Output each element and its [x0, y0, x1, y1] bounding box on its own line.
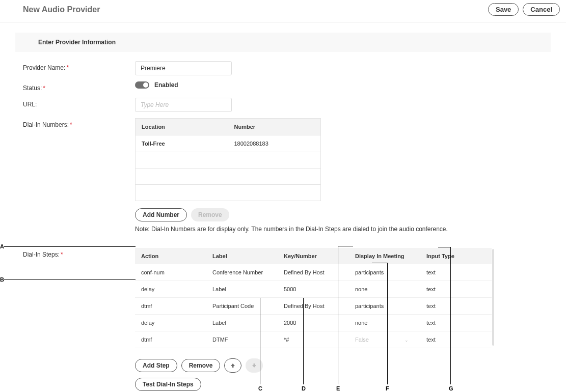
move-up-button[interactable]	[224, 358, 241, 373]
dial-in-numbers-table: Location Number Toll-Free 18002088183	[135, 118, 321, 201]
col-input-type: Input Type	[420, 248, 492, 264]
test-dial-in-steps-button[interactable]: Test Dial-In Steps	[135, 378, 201, 391]
required-star: *	[43, 85, 45, 92]
remove-step-button[interactable]: Remove	[181, 359, 221, 372]
dial-in-numbers-label: Dial-In Numbers:*	[23, 118, 135, 128]
header-bar: New Audio Provider Save Cancel	[0, 0, 566, 22]
page-title: New Audio Provider	[23, 5, 100, 14]
annotation-label-e: E	[336, 385, 340, 391]
form-area: Provider Name:* Status:* Enabled URL: Di…	[0, 52, 566, 391]
dial-in-steps-table: Action Label Key/Number Display In Meeti…	[135, 248, 492, 348]
save-button[interactable]: Save	[488, 3, 519, 16]
col-location: Location	[136, 119, 228, 135]
annotation-label-c: C	[258, 385, 262, 391]
section-title: Enter Provider Information	[15, 33, 551, 52]
required-star: *	[61, 251, 63, 258]
arrow-down-icon	[251, 362, 257, 369]
table-row[interactable]	[136, 185, 321, 201]
table-row[interactable]	[136, 169, 321, 185]
annotation-line	[4, 246, 136, 247]
annotation-line	[4, 279, 136, 280]
annotation-line	[387, 263, 388, 384]
add-number-button[interactable]: Add Number	[135, 208, 187, 221]
provider-name-label: Provider Name:*	[23, 61, 135, 71]
annotation-line	[450, 247, 451, 384]
table-row[interactable]: delay Label 5000 none text	[135, 281, 492, 298]
col-label: Label	[206, 248, 278, 264]
status-value: Enabled	[154, 81, 178, 89]
col-key-number: Key/Number	[278, 248, 349, 264]
arrow-up-icon	[230, 362, 236, 369]
annotation-line	[438, 247, 450, 247]
add-step-button[interactable]: Add Step	[135, 359, 177, 372]
table-row[interactable]: dtmf Participant Code Defined By Host pa…	[135, 298, 492, 315]
annotation-label-g: G	[449, 385, 453, 391]
header-actions: Save Cancel	[488, 3, 560, 16]
display-dropdown[interactable]: False⌄	[349, 331, 420, 348]
col-action: Action	[135, 248, 206, 264]
annotation-label-d: D	[302, 385, 306, 391]
annotation-label-b: B	[0, 276, 4, 283]
col-display: Display In Meeting	[349, 248, 420, 264]
required-star: *	[70, 121, 72, 128]
table-row[interactable]: delay Label 2000 none text	[135, 315, 492, 331]
table-row[interactable]: conf-num Conference Number Defined By Ho…	[135, 264, 492, 281]
annotation-label-f: F	[386, 385, 389, 391]
dial-in-steps-label: Dial-In Steps:*	[23, 248, 135, 258]
annotation-line	[260, 298, 260, 384]
annotation-line	[372, 263, 387, 263]
col-number: Number	[228, 119, 321, 135]
status-toggle[interactable]	[135, 81, 149, 89]
provider-name-input[interactable]	[135, 61, 232, 75]
annotation-line	[303, 298, 304, 384]
cancel-button[interactable]: Cancel	[523, 3, 560, 16]
url-input[interactable]	[135, 98, 232, 112]
chevron-down-icon: ⌄	[405, 338, 409, 343]
annotation-label-a: A	[0, 243, 4, 249]
remove-number-button: Remove	[191, 208, 229, 221]
table-row[interactable]: Toll-Free 18002088183	[136, 135, 321, 152]
table-row[interactable]: dtmf DTMF *# False⌄ text	[135, 331, 492, 348]
status-label: Status:*	[23, 81, 135, 92]
annotation-line	[338, 246, 338, 384]
note-text: Note: Dial-In Numbers are for display on…	[135, 226, 448, 233]
move-down-button	[246, 358, 263, 373]
required-star: *	[66, 64, 69, 71]
annotation-line	[338, 246, 353, 246]
table-row[interactable]	[136, 152, 321, 169]
url-label: URL:	[23, 98, 135, 108]
scrollbar[interactable]	[492, 249, 494, 346]
